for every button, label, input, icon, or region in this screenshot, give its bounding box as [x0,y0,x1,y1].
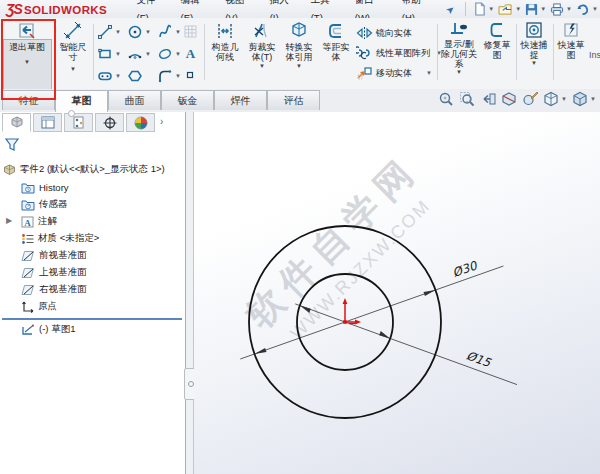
chevron-down-icon[interactable]: ▼ [515,6,521,12]
view-orientation-icon [543,91,559,107]
tree-item-sensors[interactable]: 传感器 [21,197,68,212]
repair-sketch-button[interactable]: 修复草图 [482,21,512,60]
tree-item-right-plane[interactable]: 右视基准面 [21,282,87,297]
tab-features[interactable]: 特征 [2,90,55,110]
chevron-down-icon[interactable]: ▼ [590,96,596,102]
display-style-button[interactable]: ▼ [572,91,596,107]
text-icon: A [183,46,198,61]
chevron-down-icon[interactable]: ▼ [175,51,181,57]
chevron-down-icon[interactable]: ▼ [531,60,537,67]
chevron-down-icon[interactable]: ▼ [115,51,121,57]
ellipse-tool-button[interactable]: ▼ [157,46,181,62]
tab-sketch[interactable]: 草图 [55,90,108,112]
svg-text:A: A [186,46,196,61]
chevron-down-icon[interactable]: ▼ [259,63,265,70]
slot-tool-button[interactable]: ▼ [97,68,121,84]
fillet-tool-button[interactable]: ▼ [157,68,181,84]
tree-item-material[interactable]: 材质 <未指定> [21,231,99,246]
rectangle-tool-button[interactable]: ▼ [97,46,121,62]
save-button[interactable]: ▼ [525,3,546,16]
chevron-down-icon[interactable]: ▼ [115,73,121,79]
previous-view-icon[interactable] [480,91,496,107]
logo-text: SOLIDWORKS [24,4,107,16]
tab-dimxpert[interactable] [95,113,124,132]
zoom-area-icon[interactable] [459,91,475,107]
pin-menu-icon[interactable]: ➤ [443,2,456,16]
horizontal-splitter-dot[interactable] [68,110,75,117]
tab-property-manager[interactable] [33,113,62,132]
move-entities-button[interactable]: 移动实体 ▼ [356,66,432,80]
tree-item-history[interactable]: History [21,180,69,195]
tab-sheet-metal[interactable]: 钣金 [161,90,214,110]
chevron-down-icon[interactable]: ▼ [24,59,30,66]
tab-featuremanager-tree[interactable] [2,113,31,132]
arc-tool-button[interactable]: ▼ [127,46,151,62]
construction-geometry-button[interactable]: 构造几何线 [208,21,242,62]
sketch-canvas[interactable]: Ø30 Ø15 [194,112,600,474]
chevron-down-icon[interactable]: ▼ [426,70,432,76]
spline-tool-button[interactable]: ▼ [157,24,181,40]
tree-item-annotations[interactable]: A 注解 [21,214,57,229]
offset-entities-button[interactable]: 等距实体 [320,21,352,62]
chevron-down-icon[interactable]: ▼ [145,51,151,57]
edit-appearance-icon[interactable] [522,91,538,107]
linear-pattern-button[interactable]: 线性草图阵列 ▼ [356,46,442,60]
convert-entities-button[interactable]: 转换实体引用 ▼ [282,21,316,70]
tree-item-sketch1[interactable]: (-) 草图1 [21,322,75,337]
panel-splitter[interactable] [186,112,194,474]
tree-item-top-plane[interactable]: 上视基准面 [21,265,87,280]
ribbon-separator [437,24,438,80]
chevron-down-icon[interactable]: ▼ [175,29,181,35]
exit-sketch-button[interactable]: 退出草图 ▼ [4,21,50,66]
chevron-down-icon[interactable]: ▼ [592,6,598,12]
point-tool-button[interactable] [185,70,195,80]
ellipse-icon [157,46,173,62]
mirror-entities-button[interactable]: 镜向实体 [356,26,412,40]
chevron-down-icon[interactable]: ▼ [145,29,151,35]
print-button[interactable]: ▼ [550,3,572,16]
commandmanager-tabs: 特征 草图 曲面 钣金 焊件 评估 ▼ ▼ [0,89,600,113]
dimension-text-d30[interactable]: Ø30 [451,258,480,280]
chevron-down-icon[interactable]: ▼ [488,6,494,12]
expand-arrow-icon[interactable]: ▶ [6,216,12,225]
tab-evaluate[interactable]: 评估 [267,90,320,110]
new-file-button[interactable]: ▼ [473,2,494,16]
trim-entities-button[interactable]: 剪裁实体(T) ▼ [246,21,278,70]
chevron-down-icon[interactable]: ▼ [566,6,572,12]
chevron-down-icon[interactable]: ▼ [540,6,546,12]
chevron-down-icon[interactable]: ▼ [115,29,121,35]
rapid-sketch-button[interactable]: 快速草图 [556,21,586,60]
chevron-down-icon[interactable]: ▼ [456,69,462,76]
circle-tool-button[interactable]: ▼ [127,24,151,40]
filter-button[interactable] [5,138,19,151]
chevron-down-icon[interactable]: ▼ [561,96,567,102]
tree-item-origin[interactable]: 原点 [21,299,57,314]
quick-snaps-button[interactable]: 快速捕捉 ▼ [519,21,549,67]
panel-tabs-overflow-chevron[interactable]: › [160,116,163,127]
dimension-line-d30[interactable] [240,266,503,359]
zoom-fit-icon[interactable] [438,91,454,107]
open-file-button[interactable]: ▼ [498,3,521,16]
graphics-area[interactable]: 软件自学网 WWW.RJZXW.COM Ø30 Ø15 [194,112,600,474]
chevron-down-icon[interactable]: ▼ [70,66,76,73]
rollback-bar[interactable] [2,318,182,320]
view-orientation-button[interactable]: ▼ [543,91,567,107]
tab-appearances[interactable] [126,113,155,132]
ribbon-separator [93,24,94,80]
section-view-icon[interactable] [501,91,517,107]
tree-item-front-plane[interactable]: 前视基准面 [21,248,87,263]
undo-button[interactable]: ▼ [576,3,598,16]
display-relations-button[interactable]: 显示/删除几何关系 ▼ [440,21,478,76]
sketch-grid-button[interactable] [183,24,198,39]
configurations-icon [72,116,86,129]
tab-surfaces[interactable]: 曲面 [108,90,161,110]
text-tool-button[interactable]: A [183,46,198,61]
chevron-down-icon[interactable]: ▼ [296,63,302,70]
line-tool-button[interactable]: ▼ [97,24,121,40]
tree-root-part[interactable]: 零件2 (默认<<默认>_显示状态 1>) [3,162,165,177]
dimension-line-d15[interactable] [295,304,517,385]
polygon-tool-button[interactable] [127,68,143,84]
chevron-down-icon[interactable]: ▼ [175,73,181,79]
tab-weldments[interactable]: 焊件 [214,90,267,110]
smart-dimension-button[interactable]: 智能尺寸 ▼ [57,21,89,73]
